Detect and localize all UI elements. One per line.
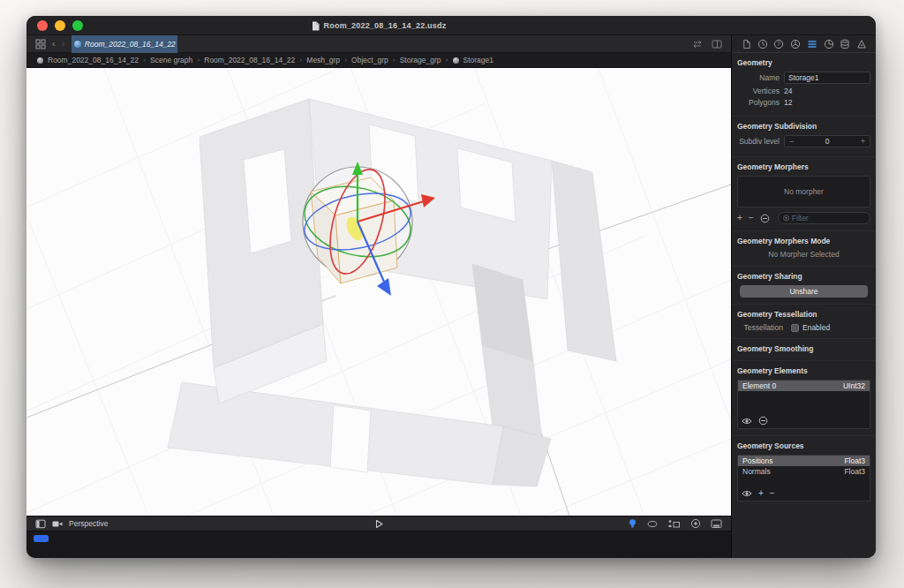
elements-table: Element 0 UInt32 bbox=[737, 380, 870, 429]
forward-icon[interactable]: › bbox=[62, 39, 65, 49]
tessellation-checkbox[interactable] bbox=[791, 324, 799, 332]
breadcrumb-separator: › bbox=[143, 56, 146, 64]
door-opening bbox=[330, 405, 371, 472]
table-row[interactable]: Normals Float3 bbox=[738, 466, 870, 477]
morpher-filter[interactable] bbox=[778, 212, 870, 224]
environment-icon[interactable] bbox=[647, 520, 658, 528]
morphers-mode-section: Geometry Morphers Mode No Morpher Select… bbox=[732, 231, 876, 267]
camera-icon[interactable] bbox=[52, 520, 63, 528]
sources-section: Geometry Sources Positions Float3 Normal… bbox=[732, 436, 876, 508]
name-field[interactable]: Storage1 bbox=[784, 72, 870, 84]
panel-toggle-icon[interactable] bbox=[35, 519, 46, 529]
subdiv-level-value: 0 bbox=[794, 137, 860, 146]
subdiv-level-stepper[interactable]: − 0 + bbox=[784, 135, 870, 147]
morphers-empty-list: No morpher bbox=[737, 176, 870, 207]
remove-element-icon[interactable] bbox=[758, 416, 768, 426]
breadcrumb-separator: › bbox=[446, 56, 448, 64]
viewport-toolbar: Perspective bbox=[26, 516, 731, 531]
source-type: Float3 bbox=[844, 467, 865, 476]
tab-bar: ‹ › Room_2022_08_16_14_22 bbox=[26, 35, 731, 53]
section-header: Geometry Elements bbox=[737, 366, 870, 375]
geometry-inspector-icon[interactable] bbox=[806, 37, 818, 51]
breadcrumb-item-scene-graph[interactable]: Scene graph bbox=[150, 56, 192, 64]
file-inspector-icon[interactable] bbox=[740, 37, 752, 51]
polygons-value: 12 bbox=[784, 98, 792, 107]
scene-node-icon bbox=[37, 57, 43, 64]
vertices-value: 24 bbox=[784, 87, 792, 95]
section-header: Geometry Morphers bbox=[737, 162, 870, 171]
section-header: Geometry Sharing bbox=[737, 272, 870, 281]
breadcrumb-item-storage-grp[interactable]: Storage_grp bbox=[400, 56, 441, 64]
table-row[interactable]: Element 0 UInt32 bbox=[738, 381, 870, 391]
remove-source-button[interactable]: − bbox=[770, 489, 775, 498]
sharing-section: Geometry Sharing Unshare bbox=[732, 267, 876, 305]
smoothing-section: Geometry Smoothing bbox=[732, 339, 876, 361]
section-header: Geometry Smoothing bbox=[737, 344, 870, 353]
visibility-eye-icon[interactable] bbox=[742, 490, 752, 497]
document-tab[interactable]: Room_2022_08_16_14_22 bbox=[72, 35, 177, 53]
table-row[interactable]: Positions Float3 bbox=[738, 456, 870, 466]
tab-overview-icon[interactable] bbox=[35, 39, 46, 49]
remove-all-icon[interactable] bbox=[760, 214, 770, 223]
door-opening bbox=[244, 149, 291, 253]
scene-viewport[interactable] bbox=[26, 68, 731, 516]
remove-morpher-button[interactable]: − bbox=[749, 214, 754, 222]
unshare-button[interactable]: Unshare bbox=[740, 285, 868, 298]
section-header: Geometry Tessellation bbox=[737, 310, 870, 319]
filter-icon bbox=[783, 215, 789, 222]
filter-input[interactable] bbox=[792, 214, 865, 222]
room-model bbox=[168, 99, 616, 486]
swap-editors-icon[interactable] bbox=[692, 39, 703, 49]
node-inspector-icon[interactable] bbox=[789, 37, 802, 51]
tessellation-label: Tessellation bbox=[737, 323, 783, 332]
scale-reference-icon[interactable] bbox=[667, 519, 681, 529]
scene-inspector-icon[interactable] bbox=[855, 37, 868, 51]
display-icon[interactable] bbox=[711, 519, 722, 529]
section-header: Geometry bbox=[737, 58, 870, 67]
app-window: Room_2022_08_16_14_22.usdz ‹ › Ro bbox=[26, 16, 876, 558]
visibility-eye-icon[interactable] bbox=[742, 418, 752, 425]
inspector-tab-bar: ? bbox=[732, 35, 876, 53]
tab-label: Room_2022_08_16_14_22 bbox=[85, 40, 176, 49]
window-title: Room_2022_08_16_14_22.usdz bbox=[324, 21, 447, 30]
vertices-label: Vertices bbox=[737, 87, 780, 95]
add-source-button[interactable]: + bbox=[758, 489, 764, 498]
subdiv-level-label: Subdiv level bbox=[737, 137, 780, 146]
scene-canvas[interactable] bbox=[26, 68, 731, 516]
breadcrumb: Room_2022_08_16_14_22 › Scene graph › Ro… bbox=[26, 53, 731, 68]
scene-node-icon bbox=[453, 57, 459, 64]
lighting-icon[interactable] bbox=[628, 518, 637, 529]
elements-section: Geometry Elements Element 0 UInt32 bbox=[732, 361, 876, 436]
back-icon[interactable]: ‹ bbox=[52, 39, 56, 49]
history-inspector-icon[interactable] bbox=[757, 37, 769, 51]
breadcrumb-item-room[interactable]: Room_2022_08_16_14_22 bbox=[204, 56, 295, 64]
usdz-file-icon bbox=[74, 41, 81, 48]
element-type: UInt32 bbox=[843, 381, 865, 390]
section-header: Geometry Sources bbox=[737, 441, 870, 450]
source-name: Positions bbox=[742, 456, 773, 465]
breadcrumb-separator: › bbox=[197, 56, 200, 64]
breadcrumb-item-storage1[interactable]: Storage1 bbox=[463, 56, 494, 64]
play-button[interactable] bbox=[373, 518, 385, 530]
desktop-background: Room_2022_08_16_14_22.usdz ‹ › Ro bbox=[0, 0, 904, 588]
camera-select[interactable]: Perspective bbox=[69, 519, 108, 528]
inspector-panel: ? bbox=[731, 35, 876, 558]
scene-graph-node-pill[interactable] bbox=[34, 535, 49, 542]
add-editor-icon[interactable] bbox=[712, 39, 722, 49]
name-label: Name bbox=[737, 73, 780, 82]
window-title-area: Room_2022_08_16_14_22.usdz bbox=[26, 16, 731, 35]
stepper-increment-icon[interactable]: + bbox=[861, 137, 865, 146]
source-name: Normals bbox=[742, 467, 771, 476]
add-morpher-button[interactable]: + bbox=[737, 214, 742, 222]
breadcrumb-item-mesh-grp[interactable]: Mesh_grp bbox=[306, 56, 340, 64]
title-bar: Room_2022_08_16_14_22.usdz bbox=[26, 16, 876, 35]
breadcrumb-item-object-grp[interactable]: Object_grp bbox=[351, 56, 388, 64]
help-inspector-icon[interactable]: ? bbox=[772, 37, 785, 51]
physics-inspector-icon[interactable] bbox=[839, 37, 851, 51]
document-icon bbox=[312, 21, 320, 31]
focus-target-icon[interactable] bbox=[690, 518, 701, 529]
morphers-mode-empty-text: No Morpher Selected bbox=[737, 250, 870, 259]
breadcrumb-item-root[interactable]: Room_2022_08_16_14_22 bbox=[48, 56, 139, 64]
subdivision-section: Geometry Subdivision Subdiv level − 0 + bbox=[732, 117, 876, 157]
material-inspector-icon[interactable] bbox=[823, 37, 835, 51]
